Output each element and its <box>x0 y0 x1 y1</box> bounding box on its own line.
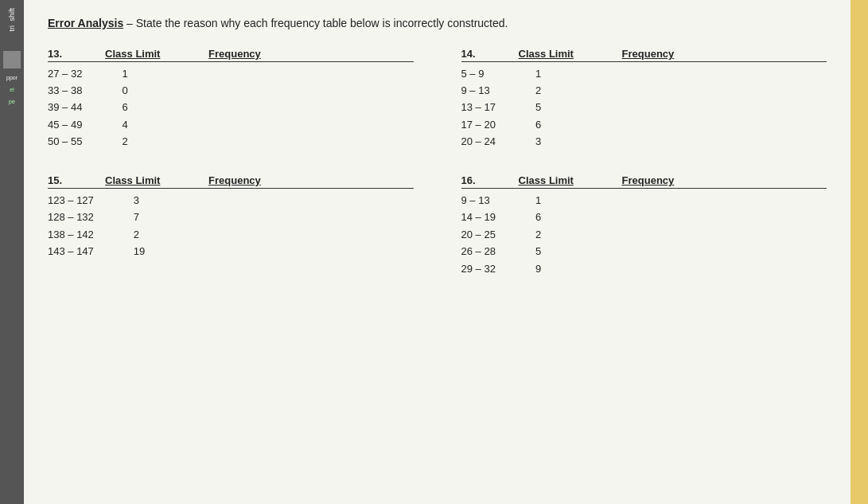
list-item: 1 <box>122 65 127 82</box>
list-item: 138 – 142 <box>48 226 94 243</box>
table-15-col2-header: Frequency <box>208 174 261 186</box>
list-item: 0 <box>122 82 127 99</box>
list-item: 20 – 24 <box>461 133 496 150</box>
table-15-freq-col: 3 7 2 19 <box>134 192 145 260</box>
main-content: Error Analysis – State the reason why ea… <box>24 0 850 504</box>
table-16-data: 9 – 13 14 – 19 20 – 25 26 – 28 29 – 32 1… <box>461 192 827 277</box>
table-13: 13. Class Limit Frequency 27 – 32 33 – 3… <box>48 48 414 150</box>
table-16-class-col: 9 – 13 14 – 19 20 – 25 26 – 28 29 – 32 <box>461 192 496 277</box>
list-item: 3 <box>134 192 145 209</box>
table-14-col1-header: Class Limit <box>519 48 582 60</box>
page-title: Error Analysis – State the reason why ea… <box>48 16 827 32</box>
table-14-data: 5 – 9 9 – 13 13 – 17 17 – 20 20 – 24 1 2… <box>461 65 827 150</box>
list-item: 5 – 9 <box>461 65 496 82</box>
title-bold: Error Analysis <box>48 17 123 29</box>
title-rest: – State the reason why each frequency ta… <box>123 17 508 29</box>
list-item: 143 – 147 <box>48 243 94 260</box>
sidebar-label-shift: shift <box>8 8 16 21</box>
table-13-col2-header: Frequency <box>208 48 261 60</box>
list-item: 128 – 132 <box>48 209 94 225</box>
list-item: 1 <box>535 65 541 82</box>
list-item: 45 – 49 <box>48 116 82 133</box>
table-15-number: 15. <box>48 174 62 186</box>
table-16-number: 16. <box>461 174 476 186</box>
list-item: 9 <box>535 260 541 277</box>
list-item: 3 <box>535 133 541 150</box>
qr-icon <box>3 51 21 68</box>
table-15-class-col: 123 – 127 128 – 132 138 – 142 143 – 147 <box>48 192 94 260</box>
table-13-number: 13. <box>48 48 62 60</box>
list-item: 6 <box>535 209 541 225</box>
table-14-freq-col: 1 2 5 6 3 <box>535 65 541 150</box>
list-item: 5 <box>535 243 541 260</box>
list-item: 39 – 44 <box>48 99 82 115</box>
sidebar-label-tri: tri <box>8 25 16 32</box>
table-14-number: 14. <box>461 48 476 60</box>
sidebar-label-ppor: ppor <box>6 75 18 80</box>
list-item: 27 – 32 <box>48 65 82 82</box>
table-14-col2-header: Frequency <box>622 48 675 60</box>
list-item: 2 <box>535 82 541 99</box>
table-15: 15. Class Limit Frequency 123 – 127 128 … <box>48 174 414 277</box>
list-item: 14 – 19 <box>461 209 496 225</box>
left-sidebar: shift tri ppor el pe <box>0 0 24 504</box>
list-item: 2 <box>535 226 541 243</box>
list-item: 17 – 20 <box>461 116 496 133</box>
table-13-col1-header: Class Limit <box>105 48 169 60</box>
table-14-header: 14. Class Limit Frequency <box>461 48 827 62</box>
list-item: 20 – 25 <box>461 226 496 243</box>
tables-grid: 13. Class Limit Frequency 27 – 32 33 – 3… <box>48 48 827 277</box>
list-item: 2 <box>122 133 127 150</box>
table-16: 16. Class Limit Frequency 9 – 13 14 – 19… <box>461 174 827 277</box>
table-14-class-col: 5 – 9 9 – 13 13 – 17 17 – 20 20 – 24 <box>461 65 496 150</box>
table-15-data: 123 – 127 128 – 132 138 – 142 143 – 147 … <box>48 192 414 260</box>
list-item: 13 – 17 <box>461 99 496 115</box>
list-item: 1 <box>535 192 541 209</box>
sidebar-label-pe: pe <box>9 99 15 104</box>
table-13-freq-col: 1 0 6 4 2 <box>122 65 127 150</box>
list-item: 33 – 38 <box>48 82 82 99</box>
table-16-col1-header: Class Limit <box>519 174 582 186</box>
sidebar-icons: ppor el pe <box>3 51 21 104</box>
list-item: 4 <box>122 116 127 133</box>
table-13-data: 27 – 32 33 – 38 39 – 44 45 – 49 50 – 55 … <box>48 65 414 150</box>
table-15-col1-header: Class Limit <box>105 174 169 186</box>
list-item: 123 – 127 <box>48 192 94 209</box>
table-13-header: 13. Class Limit Frequency <box>48 48 414 62</box>
table-16-freq-col: 1 6 2 5 9 <box>535 192 541 277</box>
table-14: 14. Class Limit Frequency 5 – 9 9 – 13 1… <box>461 48 827 150</box>
list-item: 5 <box>535 99 541 115</box>
table-15-header: 15. Class Limit Frequency <box>48 174 414 189</box>
list-item: 6 <box>122 99 127 115</box>
list-item: 9 – 13 <box>461 192 496 209</box>
list-item: 29 – 32 <box>461 260 496 277</box>
list-item: 19 <box>134 243 145 260</box>
list-item: 6 <box>535 116 541 133</box>
right-sidebar <box>850 0 868 504</box>
table-16-header: 16. Class Limit Frequency <box>461 174 827 189</box>
list-item: 9 – 13 <box>461 82 496 99</box>
list-item: 7 <box>134 209 145 225</box>
sidebar-label-el: el <box>10 87 14 92</box>
list-item: 26 – 28 <box>461 243 496 260</box>
list-item: 50 – 55 <box>48 133 82 150</box>
list-item: 2 <box>134 226 145 243</box>
table-13-class-col: 27 – 32 33 – 38 39 – 44 45 – 49 50 – 55 <box>48 65 82 150</box>
table-16-col2-header: Frequency <box>622 174 675 186</box>
